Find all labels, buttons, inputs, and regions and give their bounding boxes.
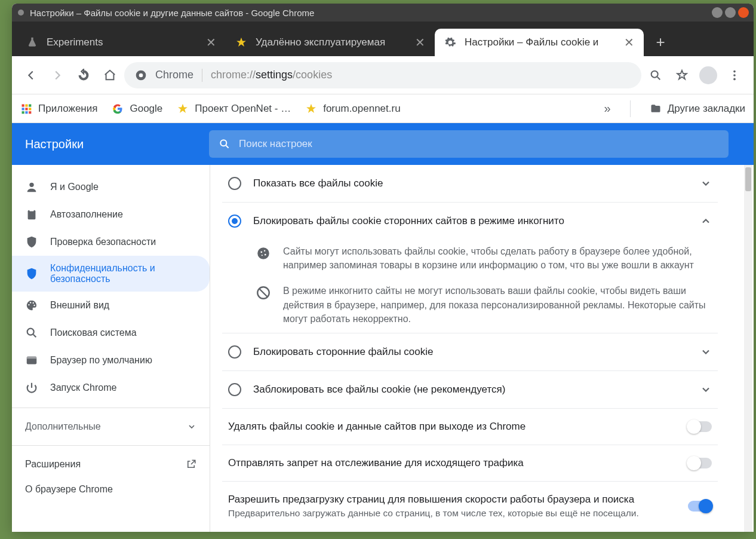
option-show-all-cookies[interactable]: Показать все файлы cookie (222, 165, 718, 202)
tab-strip: Experiments ✕ Удалённо эксплуатируемая ✕… (12, 22, 754, 56)
sidebar-item-safety[interactable]: Проверка безопасности (12, 228, 210, 256)
other-bookmarks[interactable]: Другие закладки (650, 103, 745, 115)
svg-point-27 (260, 251, 262, 253)
option-label: Разрешить предзагрузку страниц для повыш… (228, 494, 676, 506)
radio-icon[interactable] (228, 345, 241, 359)
back-button[interactable] (19, 63, 43, 87)
svg-rect-10 (25, 108, 27, 110)
search-icon (25, 326, 38, 339)
chrome-window: Настройки – Файлы cookie и другие данные… (12, 4, 754, 532)
sidebar-item-label: Дополнительные (25, 421, 101, 432)
svg-point-15 (220, 140, 226, 146)
option-label: Удалять файлы cookie и данные сайтов при… (228, 421, 676, 433)
chevron-down-icon[interactable] (700, 384, 712, 396)
bookmark-forum[interactable]: forum.opennet.ru (305, 103, 400, 115)
tab-settings[interactable]: Настройки – Файлы cookie и ✕ (435, 29, 644, 56)
sidebar-item-label: Поисковая система (50, 327, 137, 338)
radio-icon[interactable] (228, 215, 241, 228)
svg-point-28 (264, 250, 265, 251)
tab-label: Удалённо эксплуатируемая (256, 36, 407, 48)
explanation-text: Сайты могут использовать файлы cookie, ч… (283, 244, 712, 272)
bookmark-google[interactable]: Google (112, 103, 162, 115)
toggle-switch[interactable] (688, 421, 712, 432)
person-icon (25, 180, 38, 194)
option-block-third-incognito[interactable]: Блокировать файлы cookie сторонних сайто… (222, 202, 718, 240)
svg-point-26 (257, 247, 269, 259)
home-button[interactable] (98, 63, 122, 87)
apps-shortcut[interactable]: Приложения (20, 103, 97, 115)
toggle-switch[interactable] (688, 458, 712, 468)
palette-icon (25, 299, 38, 312)
option-block-third-party[interactable]: Блокировать сторонние файлы cookie (222, 333, 718, 370)
bookmarks-bar: Приложения Google Проект OpenNet - … for… (12, 94, 754, 123)
toggle-switch[interactable] (688, 501, 712, 512)
zoom-button[interactable] (644, 63, 668, 87)
option-do-not-track[interactable]: Отправлять запрет на отслеживание для ис… (222, 445, 718, 481)
tab-remote[interactable]: Удалённо эксплуатируемая ✕ (226, 29, 435, 56)
option-block-all-cookies[interactable]: Заблокировать все файлы cookie (не реком… (222, 370, 718, 408)
svg-point-2 (651, 71, 658, 77)
bookmark-label: Приложения (38, 103, 97, 115)
option-clear-on-exit[interactable]: Удалять файлы cookie и данные сайтов при… (222, 408, 718, 445)
settings-search-input[interactable] (239, 138, 719, 150)
option-label: Показать все файлы cookie (253, 177, 688, 189)
radio-icon[interactable] (228, 177, 241, 190)
bookmarks-overflow-button[interactable]: » (604, 102, 611, 115)
option-label: Блокировать сторонние файлы cookie (253, 346, 688, 358)
omnibox-prefix: Chrome (155, 69, 193, 81)
close-tab-icon[interactable]: ✕ (624, 35, 634, 50)
chrome-menu-button[interactable] (723, 63, 746, 87)
block-icon (256, 285, 271, 301)
sidebar-item-startup[interactable]: Запуск Chrome (12, 374, 210, 402)
sidebar-item-search[interactable]: Поисковая система (12, 319, 210, 347)
close-tab-icon[interactable]: ✕ (206, 35, 216, 50)
browser-toolbar: Chrome chrome://settings/cookies (12, 56, 754, 94)
sidebar-item-privacy[interactable]: Конфиденциальность и безопасность (12, 256, 210, 292)
tab-label: Настройки – Файлы cookie и (465, 36, 616, 48)
apps-grid-icon (20, 103, 32, 115)
maximize-button[interactable] (725, 7, 736, 18)
option-explanation: Сайты могут использовать файлы cookie, ч… (222, 240, 718, 279)
sidebar-item-autofill[interactable]: Автозаполнение (12, 201, 210, 228)
bookmark-opennet[interactable]: Проект OpenNet - … (177, 103, 291, 115)
sidebar-about-link[interactable]: О браузере Chrome (12, 477, 210, 502)
forward-button[interactable] (45, 63, 69, 87)
new-tab-button[interactable]: + (649, 30, 672, 54)
star-icon (235, 36, 247, 48)
chevron-up-icon[interactable] (700, 215, 712, 227)
separator (12, 445, 210, 446)
svg-point-23 (27, 329, 34, 335)
sidebar-item-default-browser[interactable]: Браузер по умолчанию (12, 347, 210, 374)
minimize-button[interactable] (712, 7, 723, 18)
svg-rect-18 (29, 209, 33, 212)
radio-icon[interactable] (228, 383, 241, 396)
option-explanation: В режиме инкогнито сайты не могут исполь… (222, 279, 718, 333)
svg-rect-9 (22, 108, 24, 110)
address-bar[interactable]: Chrome chrome://settings/cookies (124, 62, 641, 88)
close-tab-icon[interactable]: ✕ (415, 35, 425, 50)
cookie-icon (256, 246, 271, 261)
scrollbar-thumb[interactable] (745, 167, 751, 191)
svg-rect-8 (29, 104, 31, 106)
separator (202, 69, 202, 82)
tab-experiments[interactable]: Experiments ✕ (17, 29, 226, 56)
sidebar-item-you-and-google[interactable]: Я и Google (12, 173, 210, 201)
sidebar-extensions-link[interactable]: Расширения (12, 452, 210, 477)
sidebar-item-appearance[interactable]: Внешний вид (12, 292, 210, 319)
option-preload[interactable]: Разрешить предзагрузку страниц для повыш… (222, 481, 718, 531)
window-title: Настройки – Файлы cookie и другие данные… (30, 8, 712, 18)
sidebar-item-label: Запуск Chrome (50, 382, 116, 393)
chevron-down-icon[interactable] (700, 177, 712, 189)
close-window-button[interactable] (738, 7, 749, 18)
bookmark-star-button[interactable] (670, 63, 694, 87)
profile-avatar[interactable] (696, 63, 720, 87)
chevron-down-icon[interactable] (700, 346, 712, 358)
reload-button[interactable] (72, 63, 96, 87)
window-icon (25, 354, 38, 367)
settings-search[interactable] (209, 130, 729, 158)
scrollbar[interactable] (744, 165, 752, 532)
shield-check-icon (25, 235, 38, 249)
sidebar-advanced-toggle[interactable]: Дополнительные (12, 414, 210, 439)
svg-point-21 (33, 302, 34, 304)
search-icon (219, 138, 231, 150)
